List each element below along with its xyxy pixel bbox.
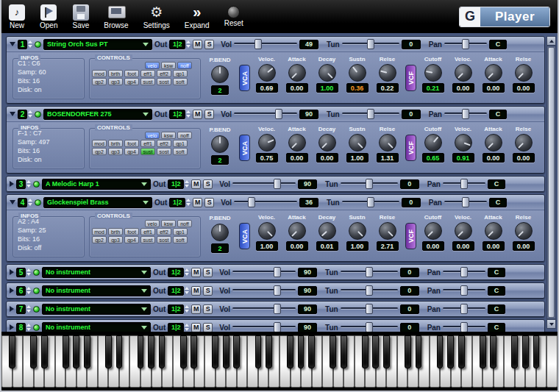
slider-handle[interactable]	[274, 267, 281, 277]
control-button-eff1[interactable]: eff1	[140, 140, 155, 147]
slider-handle[interactable]	[274, 304, 281, 314]
control-button-soft[interactable]: soft	[173, 148, 188, 155]
channel-number-arrows[interactable]	[26, 179, 31, 188]
channel-number-stepper[interactable]: 8	[16, 323, 31, 332]
control-button-gp4[interactable]: gp4	[124, 236, 139, 243]
instrument-select[interactable]: No instrument	[42, 322, 151, 332]
control-button-brth[interactable]: brth	[108, 228, 123, 235]
channel-number-stepper[interactable]: 6	[16, 286, 31, 296]
black-key[interactable]	[383, 335, 390, 368]
channel-number-arrows[interactable]	[28, 110, 32, 118]
control-button-gp3[interactable]: gp3	[108, 236, 123, 243]
scrollbar-track[interactable]	[546, 46, 556, 319]
out-stepper-arrows[interactable]	[185, 323, 189, 332]
control-button-sost[interactable]: sost	[157, 78, 171, 85]
pan-slider[interactable]	[443, 322, 485, 332]
control-button-eff2[interactable]: eff2	[157, 228, 171, 235]
mute-button[interactable]: M	[193, 110, 202, 119]
control-button-mod[interactable]: mod	[92, 140, 107, 147]
vca-knob-attack[interactable]	[288, 134, 306, 152]
control-button-gp3[interactable]: gp3	[108, 78, 123, 85]
control-button-brth[interactable]: brth	[108, 140, 123, 147]
pan-slider[interactable]	[444, 109, 487, 119]
black-key[interactable]	[41, 335, 48, 368]
control-button-eff2[interactable]: eff2	[157, 70, 171, 77]
pan-slider[interactable]	[443, 179, 485, 189]
channel-number-stepper[interactable]: 1	[18, 40, 32, 49]
vcf-knob-cutoff[interactable]	[424, 222, 442, 240]
out-stepper-arrows[interactable]	[185, 179, 189, 188]
black-key[interactable]	[159, 335, 165, 368]
mute-button[interactable]: M	[193, 40, 202, 49]
mute-button[interactable]: M	[191, 286, 201, 296]
control-button-foot[interactable]: foot	[124, 228, 139, 235]
slider-handle[interactable]	[366, 267, 373, 277]
vcf-knob-attack[interactable]	[485, 222, 502, 240]
vca-knob-sustn[interactable]	[349, 134, 366, 152]
control-button-sust[interactable]: sust	[140, 148, 155, 155]
slider-handle[interactable]	[367, 197, 374, 207]
black-key[interactable]	[298, 335, 305, 368]
vcf-knob-relse[interactable]	[515, 134, 533, 152]
black-key[interactable]	[138, 335, 144, 368]
mute-button[interactable]: M	[191, 179, 201, 189]
black-key[interactable]	[30, 335, 37, 368]
slider-handle[interactable]	[460, 267, 468, 277]
black-key[interactable]	[330, 335, 336, 368]
vcf-knob-veloc[interactable]	[455, 222, 472, 240]
pbend-knob[interactable]	[211, 224, 229, 241]
slider-handle[interactable]	[460, 179, 468, 189]
solo-button[interactable]: S	[204, 40, 214, 49]
control-button-velo[interactable]: velo	[145, 62, 160, 69]
channel-number-stepper[interactable]: 7	[16, 304, 31, 314]
slider-handle[interactable]	[366, 285, 373, 296]
instrument-select[interactable]: No instrument	[42, 285, 151, 296]
solo-button[interactable]: S	[203, 286, 213, 296]
black-key[interactable]	[9, 335, 15, 368]
control-button-brth[interactable]: brth	[108, 70, 123, 77]
black-key[interactable]	[223, 335, 229, 368]
tun-slider[interactable]	[341, 285, 398, 296]
vca-knob-decay[interactable]	[318, 134, 336, 152]
out-stepper-arrows[interactable]	[186, 198, 191, 207]
instrument-select[interactable]: BOSENDORFER 275	[43, 109, 152, 120]
control-button-sost[interactable]: sost	[157, 148, 171, 155]
out-select[interactable]: 1|2	[169, 40, 191, 49]
control-button-gp3[interactable]: gp3	[108, 148, 123, 155]
slider-handle[interactable]	[274, 322, 281, 332]
control-button-sust[interactable]: sust	[140, 78, 155, 85]
channel-number-arrows[interactable]	[28, 40, 32, 49]
channel-number-stepper[interactable]: 4	[18, 198, 32, 207]
control-button-eff1[interactable]: eff1	[140, 70, 155, 77]
black-key[interactable]	[437, 335, 444, 368]
out-select[interactable]: 1|2	[168, 268, 189, 277]
vca-knob-veloc[interactable]	[258, 64, 276, 82]
instrument-select[interactable]: Glockenspiel Brass	[43, 197, 152, 208]
toolbar-settings-button[interactable]: ⚙Settings	[143, 4, 170, 29]
solo-button[interactable]: S	[203, 268, 213, 277]
black-key[interactable]	[308, 335, 315, 368]
vcf-knob-relse[interactable]	[515, 64, 533, 82]
tun-slider[interactable]	[341, 179, 398, 189]
out-stepper-arrows[interactable]	[185, 268, 189, 277]
collapse-arrow[interactable]	[10, 200, 15, 204]
control-button-ksw[interactable]: ksw	[161, 62, 176, 69]
out-stepper-arrows[interactable]	[186, 110, 191, 118]
vca-knob-decay[interactable]	[318, 64, 336, 82]
vca-knob-veloc[interactable]	[258, 222, 276, 240]
control-button-eff1[interactable]: eff1	[140, 228, 155, 235]
vca-knob-relse[interactable]	[379, 134, 396, 152]
slider-handle[interactable]	[460, 322, 468, 332]
black-key[interactable]	[180, 335, 187, 368]
vca-knob-attack[interactable]	[288, 222, 306, 240]
out-select[interactable]: 1|2	[168, 323, 189, 332]
toolbar-save-button[interactable]: Save	[72, 4, 89, 29]
control-button-velo[interactable]: velo	[145, 220, 160, 227]
black-key[interactable]	[233, 335, 240, 368]
control-button-sost[interactable]: sost	[157, 236, 171, 243]
black-key[interactable]	[522, 335, 529, 368]
black-key[interactable]	[191, 335, 197, 368]
out-stepper-arrows[interactable]	[185, 286, 189, 295]
black-key[interactable]	[372, 335, 379, 368]
vca-knob-veloc[interactable]	[258, 134, 276, 152]
